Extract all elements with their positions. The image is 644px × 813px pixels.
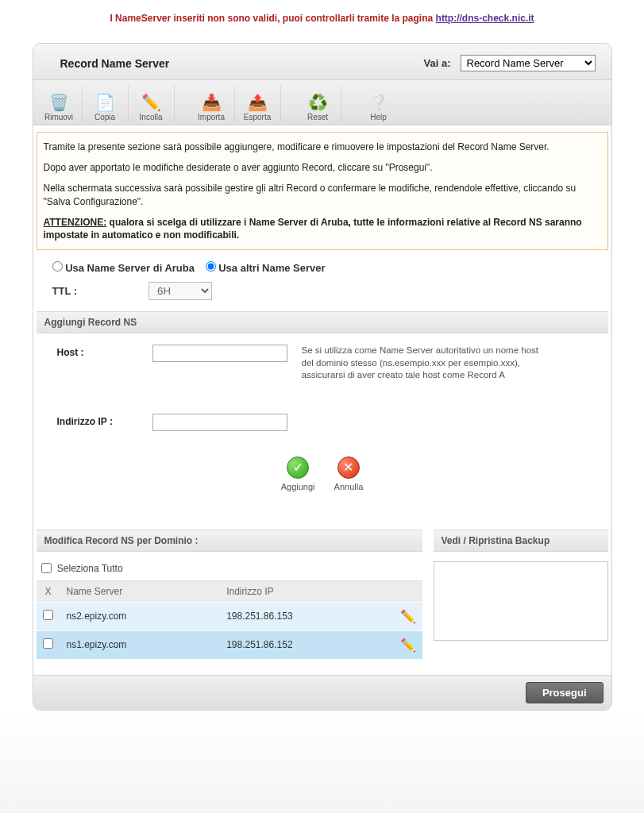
info-p2: Dopo aver apportato le modifiche desider… (44, 161, 600, 174)
trash-icon: 🗑️ (48, 92, 69, 113)
goto-label: Vai a: (424, 57, 451, 69)
page-title: Record Name Server (60, 57, 170, 70)
select-all-checkbox[interactable] (41, 563, 52, 573)
export-button[interactable]: 📤 Esporta (235, 85, 281, 121)
goto-select[interactable]: Record Name Server (461, 55, 596, 71)
row-ip: 198.251.86.152 (220, 630, 393, 659)
add-button[interactable]: ✓ Aggiungi (281, 457, 315, 491)
x-icon: ✕ (337, 457, 360, 479)
radio-other[interactable] (206, 261, 216, 272)
edit-icon[interactable]: ✏️ (400, 610, 416, 623)
ttl-label: TTL : (52, 285, 78, 297)
col-ip: Indirizzo IP (220, 580, 393, 602)
host-row: Host : Se si utilizza come Name Server a… (57, 345, 588, 382)
toolbar: 🗑️ Rimuovi 📄 Copia ✏️ Incolla 📥 Importa … (33, 80, 611, 125)
add-ns-section-header: Aggiungi Record NS (37, 311, 608, 333)
pencil-icon: ✏️ (141, 92, 161, 113)
backup-section-header: Vedi / Ripristina Backup (434, 530, 608, 552)
paste-button[interactable]: ✏️ Incolla (129, 85, 175, 121)
host-hint: Se si utilizza come Name Server autorita… (302, 345, 540, 382)
ip-row: Indirizzo IP : (57, 414, 588, 431)
modify-column: Modifica Record NS per Dominio : Selezio… (37, 530, 422, 659)
radio-aruba[interactable] (52, 261, 63, 272)
alert-banner: I NameServer inseriti non sono validi, p… (0, 0, 644, 37)
backup-list[interactable] (434, 561, 608, 641)
host-label: Host : (57, 345, 152, 358)
attention-label: ATTENZIONE: (44, 217, 107, 228)
modify-section-header: Modifica Record NS per Dominio : (37, 530, 422, 552)
ip-label: Indirizzo IP : (57, 414, 152, 427)
col-x: X (37, 580, 60, 602)
import-button[interactable]: 📥 Importa (189, 85, 235, 121)
main-panel: Record Name Server Vai a: Record Name Se… (33, 43, 612, 711)
ttl-row: TTL : 6H (33, 279, 611, 310)
goto-group: Vai a: Record Name Server (424, 55, 596, 71)
ns-table: X Name Server Indirizzo IP ns2.epizy.com… (37, 580, 422, 659)
add-ns-form: Host : Se si utilizza come Name Server a… (33, 333, 611, 449)
row-ns: ns2.epizy.com (60, 602, 221, 630)
alert-text: I NameServer inseriti non sono validi, p… (110, 13, 435, 24)
row-ip: 198.251.86.153 (220, 602, 393, 630)
row-ns: ns1.epizy.com (60, 630, 221, 659)
reset-button[interactable]: ♻️ Reset (295, 85, 341, 121)
ns-choice-row: Usa Name Server di Aruba Usa altri Name … (33, 255, 611, 279)
add-ns-actions: ✓ Aggiungi ✕ Annulla (33, 449, 611, 530)
proceed-button[interactable]: Prosegui (526, 682, 604, 703)
select-all-label: Seleziona Tutto (57, 563, 123, 574)
edit-icon[interactable]: ✏️ (400, 638, 416, 652)
ttl-select[interactable]: 6H (148, 282, 212, 300)
check-icon: ✓ (287, 457, 309, 479)
panel-header: Record Name Server Vai a: Record Name Se… (33, 44, 611, 80)
host-input[interactable] (152, 345, 287, 362)
remove-button[interactable]: 🗑️ Rimuovi (37, 85, 83, 121)
help-button[interactable]: ❔ Help (356, 85, 402, 121)
info-attention: ATTENZIONE: qualora si scelga di utilizz… (44, 216, 600, 241)
export-icon: 📤 (247, 92, 268, 113)
col-edit (394, 580, 422, 602)
help-icon: ❔ (368, 92, 389, 113)
bottom-columns: Modifica Record NS per Dominio : Selezio… (33, 530, 611, 675)
panel-footer: Prosegui (33, 675, 611, 710)
col-ns: Name Server (60, 580, 221, 602)
copy-icon: 📄 (94, 92, 115, 113)
refresh-icon: ♻️ (307, 92, 328, 113)
ip-input[interactable] (152, 414, 287, 431)
radio-other-label[interactable]: Usa altri Name Server (206, 262, 326, 274)
import-icon: 📥 (201, 92, 222, 113)
radio-aruba-label[interactable]: Usa Name Server di Aruba (52, 262, 198, 274)
row-checkbox[interactable] (43, 638, 53, 649)
row-checkbox[interactable] (43, 610, 53, 620)
attention-text: qualora si scelga di utilizzare i Name S… (44, 217, 582, 241)
table-row: ns1.epizy.com198.251.86.152✏️ (37, 630, 422, 659)
copy-button[interactable]: 📄 Copia (83, 85, 129, 121)
alert-link[interactable]: http://dns-check.nic.it (436, 13, 534, 24)
select-all-row: Seleziona Tutto (37, 552, 422, 580)
info-p1: Tramite la presente sezione sarà possibi… (44, 141, 600, 153)
table-row: ns2.epizy.com198.251.86.153✏️ (37, 602, 422, 630)
info-box: Tramite la presente sezione sarà possibi… (37, 132, 608, 250)
cancel-button[interactable]: ✕ Annulla (334, 457, 364, 491)
info-p3: Nella schermata successiva sarà possibil… (44, 182, 600, 207)
backup-column: Vedi / Ripristina Backup (434, 530, 608, 659)
